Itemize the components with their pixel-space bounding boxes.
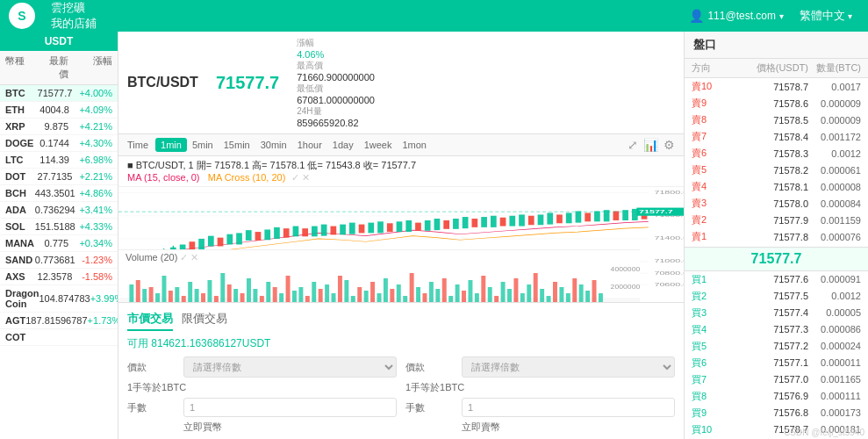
table-row[interactable]: 買371577.40.00005 (685, 305, 868, 321)
list-item[interactable]: ADA0.736294+3.41% (0, 202, 118, 219)
time-btn-1week[interactable]: 1week (359, 138, 398, 152)
sell-price-select[interactable]: 請選擇倍數 (462, 356, 675, 378)
time-buttons: 1min5min15min30min1hour1day1week1mon (155, 138, 432, 152)
table-row[interactable]: 賣671578.30.0012 (685, 145, 868, 162)
coin-change: +4.09% (69, 104, 112, 115)
table-row[interactable]: 賣171577.80.000076 (685, 228, 868, 245)
list-item[interactable]: XRP9.875+4.21% (0, 119, 118, 135)
table-row[interactable]: 買771577.00.001165 (685, 371, 868, 388)
table-row[interactable]: 買571577.20.000024 (685, 338, 868, 355)
list-item[interactable]: AXS12.3578-1.58% (0, 269, 118, 285)
table-row[interactable]: 賣971578.60.000009 (685, 95, 868, 112)
table-row[interactable]: 買471577.30.000086 (685, 321, 868, 338)
svg-rect-128 (423, 293, 427, 302)
coin-price: 104.874783 (39, 293, 90, 304)
table-row[interactable]: 賣471578.10.000008 (685, 178, 868, 195)
sell-section: 賣1071578.70.0017賣971578.60.000009賣871578… (685, 78, 868, 247)
table-row[interactable]: 賣371578.00.000084 (685, 195, 868, 212)
table-row[interactable]: 買671577.10.000011 (685, 355, 868, 371)
svg-rect-60 (528, 216, 534, 225)
list-item[interactable]: Dragon Coin104.874783+3.99% (0, 285, 118, 313)
expand-icons[interactable]: ⤢ 📊 ⚙ (628, 138, 675, 152)
table-row[interactable]: 賣1071578.70.0017 (685, 78, 868, 95)
settings-icon[interactable]: ⚙ (664, 138, 675, 152)
time-btn-1min[interactable]: 1min (155, 138, 187, 152)
list-item[interactable]: LTC114.39+6.98% (0, 152, 118, 169)
table-row[interactable]: 買171577.60.000091 (685, 271, 868, 288)
list-item[interactable]: COT (0, 329, 118, 346)
chart-check-icon[interactable]: ✓ ✕ (291, 172, 310, 183)
chart-type-icon[interactable]: 📊 (643, 138, 658, 152)
coin-change: +3.99% (90, 293, 118, 304)
coin-price: 12.3578 (38, 271, 73, 282)
table-row[interactable]: 買271577.50.0012 (685, 288, 868, 305)
ob-side-label: 賣5 (692, 163, 727, 176)
list-item[interactable]: DOT27.7135+2.21% (0, 169, 118, 185)
svg-rect-99 (233, 289, 238, 302)
svg-rect-155 (599, 293, 603, 302)
time-btn-15min[interactable]: 15min (219, 138, 255, 152)
svg-rect-119 (364, 291, 369, 302)
table-row[interactable]: 賣571578.20.000061 (685, 162, 868, 178)
time-btn-5min[interactable]: 5min (187, 138, 219, 152)
buy-ratio-row: 1手等於1BTC (127, 381, 397, 394)
svg-text:71400.0: 71400.0 (654, 235, 684, 241)
buy-qty-input[interactable]: 1 (183, 398, 397, 417)
table-row[interactable]: 買871576.90.000111 (685, 388, 868, 405)
nav-user[interactable]: 👤 111@test.com ▾ (689, 9, 784, 23)
list-item[interactable]: SAND0.773681-1.23% (0, 252, 118, 269)
svg-rect-154 (592, 280, 597, 302)
time-btn-1day[interactable]: 1day (327, 138, 359, 152)
top-nav: S 交易▾永續合約▾衍生品雲挖礦我的店鋪我的資產ICO申購快速充值 👤 111@… (0, 0, 868, 32)
table-row[interactable]: 賣871578.50.000009 (685, 112, 868, 128)
table-row[interactable]: 賣771578.40.001172 (685, 128, 868, 145)
svg-rect-152 (579, 284, 584, 302)
svg-rect-43 (368, 223, 374, 234)
chart-title: BTC/USDT, 1 (136, 160, 194, 170)
svg-rect-50 (434, 219, 441, 230)
list-item[interactable]: BTC71577.7+4.00% (0, 85, 118, 102)
svg-text:0.00: 0.00 (611, 301, 627, 302)
expand-icon[interactable]: ⤢ (628, 138, 638, 152)
ob-qty-value: 0.0017 (808, 82, 861, 92)
list-item[interactable]: ETH4004.8+4.09% (0, 102, 118, 119)
svg-rect-132 (448, 296, 453, 302)
panel-title: 盤口 (685, 32, 868, 59)
list-item[interactable]: AGT187.81596787+1.73% (0, 313, 118, 329)
ob-side-label: 賣7 (692, 130, 727, 143)
svg-rect-131 (442, 278, 447, 302)
ob-price-value: 71577.5 (727, 291, 808, 301)
stat-value: 859665920.82 (297, 118, 375, 128)
buy-price-select[interactable]: 請選擇倍數 (183, 356, 397, 378)
nav-item-雲挖礦[interactable]: 雲挖礦 (44, 0, 111, 16)
tab-limit-trade[interactable]: 限價交易 (182, 308, 227, 331)
buy-submit-label: 立即買幣 (183, 421, 222, 434)
logo[interactable]: S (9, 3, 35, 29)
svg-rect-28 (226, 234, 233, 245)
tab-market-trade[interactable]: 市價交易 (127, 308, 173, 331)
nav-lang[interactable]: 繁體中文 ▾ (793, 8, 859, 24)
time-btn-1mon[interactable]: 1mon (397, 138, 432, 152)
list-item[interactable]: SOL151.5188+4.33% (0, 219, 118, 235)
list-item[interactable]: BCH443.3501+4.86% (0, 185, 118, 202)
table-row[interactable]: 買971576.80.000173 (685, 405, 868, 421)
ob-qty-value: 0.000009 (808, 115, 861, 126)
svg-rect-110 (305, 296, 310, 302)
svg-rect-55 (481, 217, 487, 227)
table-row[interactable]: 賣271577.90.001159 (685, 212, 868, 228)
svg-rect-38 (321, 225, 327, 236)
svg-rect-58 (509, 216, 515, 227)
list-item[interactable]: DOGE0.1744+4.30% (0, 135, 118, 152)
ob-qty-value: 0.001159 (808, 215, 861, 226)
trade-tabs: 市價交易 限價交易 (127, 308, 675, 331)
sell-qty-input[interactable]: 1 (462, 398, 675, 417)
svg-rect-143 (520, 293, 525, 302)
svg-rect-33 (274, 227, 280, 239)
list-item[interactable]: MANA0.775+0.34% (0, 235, 118, 252)
time-btn-30min[interactable]: 30min (255, 138, 292, 152)
svg-rect-35 (293, 227, 299, 237)
time-btn-1hour[interactable]: 1hour (292, 138, 327, 152)
coin-change: +6.98% (69, 155, 112, 165)
nav-item-我的店鋪[interactable]: 我的店鋪 (44, 16, 111, 32)
coin-change: +0.34% (68, 238, 112, 248)
